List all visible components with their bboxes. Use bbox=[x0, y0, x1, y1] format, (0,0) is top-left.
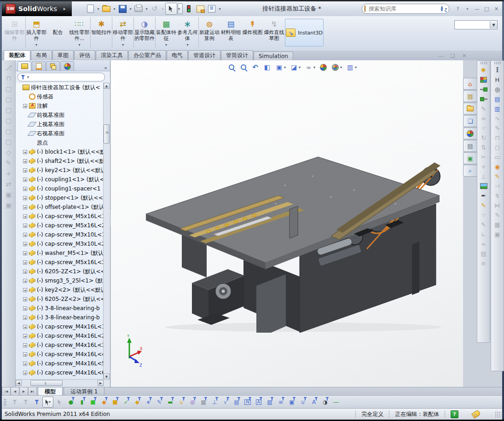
expand-toggle[interactable]: + bbox=[23, 214, 27, 219]
left-toolbar-icon[interactable]: ▢ bbox=[4, 84, 13, 93]
ribbon-button[interactable]: ▤ 材料明细表 bbox=[220, 17, 242, 47]
toolbar-icon[interactable]: ∿ bbox=[492, 114, 502, 122]
tree-item[interactable]: + (-) offset-plate<1> (默认 bbox=[16, 202, 104, 212]
task-pane-tab[interactable]: ⌂ bbox=[463, 78, 477, 90]
toolbar-icon[interactable]: ✎ bbox=[492, 124, 502, 132]
ribbon-button[interactable]: ⇄ 移动零部件 ▾ bbox=[112, 17, 133, 47]
toolbar-icon[interactable]: ◻ bbox=[492, 143, 502, 151]
tree-item[interactable]: + 注解 bbox=[16, 101, 104, 110]
filter-icon[interactable]: ◆ bbox=[132, 397, 142, 407]
search-icon[interactable] bbox=[441, 6, 443, 12]
tree-item[interactable]: + (-) cap-screw_M3x10L<2 bbox=[16, 239, 104, 248]
expand-toggle[interactable]: + bbox=[23, 224, 27, 228]
toolbar-icon[interactable]: + bbox=[479, 162, 488, 171]
assembly-3d-model[interactable] bbox=[138, 139, 447, 333]
horizontal-scroll-thumb[interactable] bbox=[30, 380, 63, 386]
minimize-button[interactable]: — bbox=[473, 5, 481, 12]
new-document-caret-icon[interactable]: ▾ bbox=[96, 7, 100, 11]
left-toolbar-icon[interactable]: ▣ bbox=[4, 190, 13, 199]
toolbar-icon[interactable]: ☞ bbox=[479, 124, 488, 132]
filter-icon[interactable]: ⊥ bbox=[209, 397, 219, 407]
task-pane-tab[interactable]: ▤ bbox=[463, 140, 477, 152]
tree-item[interactable]: + (-) cap-screw_M4x16L<2 bbox=[16, 331, 104, 340]
task-pane-tab[interactable]: ▤ bbox=[463, 90, 477, 102]
help-button[interactable]: ? bbox=[454, 5, 462, 12]
configurationmanager-tab[interactable] bbox=[46, 61, 60, 71]
toolbar-icon[interactable] bbox=[479, 85, 488, 93]
graphics-viewport[interactable]: ↶ ◧ ▣ ▾ ◪ ▾ ∞ bbox=[111, 60, 463, 387]
ribbon-button-caret-icon[interactable]: ▾ bbox=[186, 43, 188, 47]
doc-minimize-button[interactable]: — bbox=[437, 52, 445, 59]
hud-button[interactable] bbox=[238, 62, 249, 72]
tags-icon[interactable] bbox=[471, 409, 481, 419]
filter-icon[interactable]: N bbox=[242, 397, 252, 407]
tree-item[interactable]: + (-) 3-8-linear-bearing-b bbox=[16, 304, 104, 313]
toolbar-icon[interactable]: I bbox=[492, 66, 502, 74]
resize-grip[interactable] bbox=[495, 411, 501, 418]
filter-icon[interactable]: ■ bbox=[110, 397, 120, 407]
task-pane-tab[interactable] bbox=[463, 127, 477, 139]
save-button[interactable] bbox=[117, 3, 128, 14]
appearancemanager-tab[interactable] bbox=[60, 61, 74, 71]
study-tab[interactable]: 模型 bbox=[38, 387, 63, 396]
tree-item[interactable]: + (-) shaft2<1> (默认<<默 bbox=[16, 156, 104, 166]
expand-toggle[interactable]: + bbox=[23, 343, 27, 347]
tree-item[interactable]: + (-) 6205-2Z<2> (默认<< bbox=[16, 294, 104, 304]
toolbar-icon[interactable]: ◉ bbox=[492, 162, 502, 171]
filter-icon[interactable] bbox=[9, 397, 19, 407]
ribbon-button-caret-icon[interactable]: ▾ bbox=[78, 43, 80, 47]
expand-toggle[interactable]: + bbox=[23, 150, 27, 154]
menu-expand-arrow-icon[interactable]: ▸ bbox=[64, 6, 66, 11]
tree-item[interactable]: + (-) washer_M5<1> (默认 bbox=[16, 248, 104, 258]
options-button[interactable] bbox=[206, 3, 217, 14]
expand-toggle[interactable]: + bbox=[23, 159, 27, 163]
hud-button[interactable]: ∞ ▾ bbox=[303, 62, 317, 72]
ribbon-button[interactable]: ↟ 爆炸视图 bbox=[242, 17, 263, 47]
expand-toggle[interactable]: + bbox=[23, 325, 27, 329]
interference-button[interactable] bbox=[183, 3, 194, 14]
filter-icon[interactable]: ∪ bbox=[297, 397, 307, 407]
filter-icon[interactable]: ■ bbox=[87, 397, 98, 407]
hud-button[interactable] bbox=[226, 62, 237, 72]
left-toolbar-icon[interactable]: ▢ bbox=[4, 105, 13, 114]
command-tab[interactable]: 电气 bbox=[167, 50, 188, 60]
tree-item[interactable]: + (-) cap-screw_M4x16L<1 bbox=[16, 322, 104, 331]
tab-nav-button[interactable]: ▶ bbox=[19, 387, 28, 396]
knowledge-search-box[interactable]: ▾ bbox=[362, 4, 449, 14]
expand-toggle[interactable]: + bbox=[23, 334, 27, 338]
ribbon-button[interactable]: 配合 bbox=[47, 17, 69, 47]
scroll-left-icon[interactable]: ◀ bbox=[16, 380, 22, 386]
filter-icon[interactable]: ▦ bbox=[198, 397, 208, 407]
hud-caret-icon[interactable]: ▾ bbox=[299, 65, 301, 69]
toolbar-icon[interactable]: ◎ bbox=[492, 85, 502, 93]
tree-item[interactable]: + (-) coupling1<1> (默认< bbox=[16, 175, 104, 184]
filter-icon[interactable]: ◎ bbox=[187, 397, 197, 407]
command-tab[interactable]: 管筒设计 bbox=[221, 50, 253, 60]
toolbar-icon[interactable]: ▣ bbox=[492, 230, 502, 238]
toolbar-icon[interactable]: ⊓ bbox=[492, 133, 502, 142]
toolbar-icon[interactable]: ▦ bbox=[492, 220, 502, 229]
open-caret-icon[interactable]: ▾ bbox=[112, 7, 116, 11]
toolbar-icon[interactable]: ⊥ bbox=[479, 172, 488, 180]
ribbon-button[interactable]: ∷∷ 线性零部件... ▾ bbox=[69, 17, 90, 47]
print-caret-icon[interactable]: ▾ bbox=[145, 7, 149, 11]
tree-item[interactable]: + (-) cap-screw_M5x16L<1 bbox=[16, 212, 104, 221]
expand-toggle[interactable]: + bbox=[23, 178, 27, 182]
save-caret-icon[interactable]: ▾ bbox=[128, 7, 133, 11]
toolbar-icon[interactable]: ↯ bbox=[492, 191, 502, 200]
expand-toggle[interactable]: + bbox=[23, 362, 27, 366]
hud-button[interactable]: ▣ ▾ bbox=[274, 62, 287, 72]
toolbar-icon[interactable]: ▭ bbox=[492, 153, 502, 161]
toolbar-icon[interactable]: ∟ bbox=[479, 230, 488, 238]
ribbon-button[interactable]: ↯ 爆炸直线草图 bbox=[263, 17, 285, 47]
filter-icon[interactable]: ▣ bbox=[286, 397, 296, 407]
tree-item[interactable]: + (-) cap-screw_M5x16L<3 bbox=[16, 258, 104, 267]
hud-caret-icon[interactable]: ▾ bbox=[355, 65, 357, 69]
ribbon-button-caret-icon[interactable]: ▾ bbox=[165, 43, 167, 47]
left-toolbar-icon[interactable]: ⎇ bbox=[4, 63, 13, 72]
left-toolbar-icon[interactable]: ⊓ bbox=[4, 74, 13, 82]
filter-icon[interactable]: ∪ bbox=[176, 397, 186, 407]
filter-icon[interactable]: ✎ bbox=[154, 397, 164, 407]
toolbar-icon[interactable]: ⋈ bbox=[492, 201, 502, 209]
left-toolbar-icon[interactable]: ▢ bbox=[4, 137, 13, 146]
